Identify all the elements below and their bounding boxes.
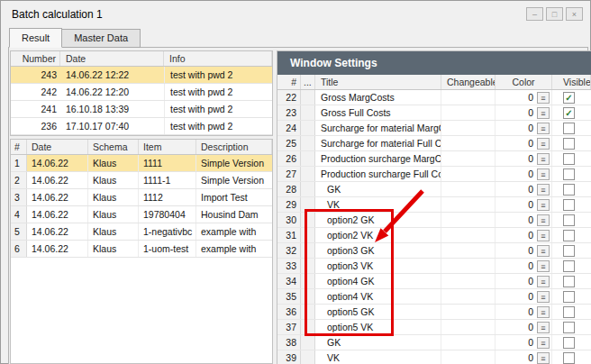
maximize-button[interactable]: □ [546, 7, 563, 21]
info-cell: test with pwd 2 [164, 118, 272, 134]
table-row[interactable]: 37option5 VK0≡ [277, 320, 591, 335]
table-row[interactable]: 22Gross MargCosts0≡✓ [277, 90, 591, 105]
color-menu-button[interactable]: ≡ [537, 322, 550, 333]
color-menu-button[interactable]: ≡ [537, 352, 550, 364]
table-row[interactable]: 314.06.22Klaus1112Import Test [11, 189, 272, 206]
table-row[interactable]: 38GK0≡ [277, 335, 591, 350]
description-cell: example with [196, 241, 272, 257]
color-menu-button[interactable]: ≡ [537, 291, 550, 303]
table-row[interactable]: 23617.10.17 07:40test with pwd 2 [11, 118, 272, 135]
color-menu-button[interactable]: ≡ [537, 138, 550, 150]
changeable-cell [441, 320, 496, 334]
table-row[interactable]: 26Production surcharge MargCosts0≡ [277, 151, 591, 167]
table-row[interactable]: 24116.10.18 13:39test with pwd 2 [11, 101, 272, 118]
visible-checkbox[interactable]: ✓ [563, 92, 575, 104]
column-header-date[interactable]: Date [60, 51, 164, 66]
column-header-date[interactable]: Date [27, 140, 88, 154]
visible-checkbox[interactable] [563, 214, 575, 226]
column-header-visible[interactable]: Visible [552, 75, 591, 89]
color-menu-button[interactable]: ≡ [537, 245, 550, 257]
color-menu-button[interactable]: ≡ [537, 153, 550, 165]
visible-cell [552, 259, 591, 273]
visible-checkbox[interactable] [563, 352, 575, 364]
color-menu-button[interactable]: ≡ [537, 92, 550, 104]
visible-checkbox[interactable] [563, 153, 575, 165]
column-header-color[interactable]: Color [496, 75, 552, 89]
column-header-item[interactable]: Item [139, 140, 196, 154]
color-menu-button[interactable]: ≡ [537, 168, 550, 180]
tab-master-data[interactable]: Master Data [62, 29, 141, 48]
color-value: 0 [528, 214, 533, 225]
table-row[interactable]: 35option4 VK0≡ [277, 289, 591, 305]
table-row[interactable]: 32option3 GK0≡ [277, 243, 591, 259]
app-window: Batch calculation 1 – □ × Result Master … [0, 0, 591, 364]
column-header-schema[interactable]: Schema [88, 140, 139, 154]
table-row[interactable]: 23Gross Full Costs0≡✓ [277, 105, 591, 121]
row-number-cell: 25 [277, 136, 301, 150]
column-header-row-number[interactable]: # [277, 75, 301, 89]
color-value: 0 [528, 260, 533, 271]
row-number-cell: 2 [11, 172, 27, 188]
color-menu-button[interactable]: ≡ [537, 184, 550, 196]
schema-cell: Klaus [88, 206, 139, 223]
table-row[interactable]: 24314.06.22 12:22test with pwd 2 [11, 67, 272, 84]
visible-checkbox[interactable] [563, 199, 575, 211]
table-row[interactable]: 614.06.22Klaus1-uom-testexample with [11, 241, 272, 258]
color-menu-button[interactable]: ≡ [537, 199, 550, 211]
color-menu-button[interactable]: ≡ [537, 260, 550, 272]
visible-checkbox[interactable] [563, 337, 575, 349]
table-row[interactable]: 30option2 GK0≡ [277, 213, 591, 228]
visible-checkbox[interactable]: ✓ [563, 107, 575, 119]
changeable-cell [441, 121, 496, 135]
visible-checkbox[interactable] [563, 291, 575, 303]
column-header-row-number[interactable]: # [11, 140, 27, 154]
table-row[interactable]: 27Production surcharge Full Costs0≡ [277, 167, 591, 182]
table-row[interactable]: 39VK0≡ [277, 350, 591, 364]
color-menu-button[interactable]: ≡ [537, 230, 550, 241]
table-row[interactable]: 31option2 VK0≡ [277, 228, 591, 243]
color-menu-button[interactable]: ≡ [537, 337, 550, 349]
table-row[interactable]: 24214.06.22 12:20test with pwd 2 [11, 84, 272, 101]
color-menu-button[interactable]: ≡ [537, 107, 550, 119]
column-header-number[interactable]: Number [11, 51, 60, 66]
column-header-title[interactable]: Title [315, 75, 441, 89]
column-header-description[interactable]: Description [196, 140, 272, 154]
color-cell: 0≡ [496, 259, 552, 273]
column-header-info[interactable]: Info [164, 51, 272, 66]
visible-checkbox[interactable] [563, 123, 575, 134]
tab-result[interactable]: Result [9, 28, 62, 48]
visible-checkbox[interactable] [563, 306, 575, 318]
table-row[interactable]: 36option5 GK0≡ [277, 305, 591, 320]
table-row[interactable]: 34option4 GK0≡ [277, 274, 591, 289]
color-menu-button[interactable]: ≡ [537, 214, 550, 226]
visible-checkbox[interactable] [563, 230, 575, 241]
minimize-button[interactable]: – [526, 7, 543, 21]
visible-checkbox[interactable] [563, 260, 575, 272]
visible-checkbox[interactable] [563, 184, 575, 196]
table-row[interactable]: 24Surcharge for material MargCosts0≡ [277, 121, 591, 136]
visible-checkbox[interactable] [563, 322, 575, 333]
table-row[interactable]: 214.06.22Klaus1111-1Simple Version [11, 172, 272, 189]
table-row[interactable]: 29VK0≡ [277, 197, 591, 213]
color-cell: 0≡ [496, 136, 552, 150]
changeable-cell [441, 213, 496, 227]
title-cell: option4 GK [315, 274, 441, 288]
table-row[interactable]: 414.06.22Klaus19780404Housind Dam [11, 206, 272, 223]
visible-checkbox[interactable] [563, 276, 575, 287]
table-row[interactable]: 33option3 VK0≡ [277, 259, 591, 274]
column-header-changeable[interactable]: Changeable [441, 75, 496, 89]
date-cell: 14.06.22 12:22 [60, 67, 164, 83]
table-row[interactable]: 28GK0≡ [277, 182, 591, 197]
table-row[interactable]: 25Surcharge for material Full Costs0≡ [277, 136, 591, 151]
visible-cell [552, 167, 591, 181]
column-header-options[interactable]: ... [301, 75, 315, 89]
visible-checkbox[interactable] [563, 138, 575, 150]
color-menu-button[interactable]: ≡ [537, 123, 550, 134]
table-row[interactable]: 514.06.22Klaus1-negativbcexample with [11, 223, 272, 241]
color-menu-button[interactable]: ≡ [537, 306, 550, 318]
close-button[interactable]: × [566, 7, 583, 21]
table-row[interactable]: 114.06.22Klaus1111Simple Version [11, 155, 272, 172]
visible-checkbox[interactable] [563, 245, 575, 257]
visible-checkbox[interactable] [563, 168, 575, 180]
color-menu-button[interactable]: ≡ [537, 276, 550, 287]
